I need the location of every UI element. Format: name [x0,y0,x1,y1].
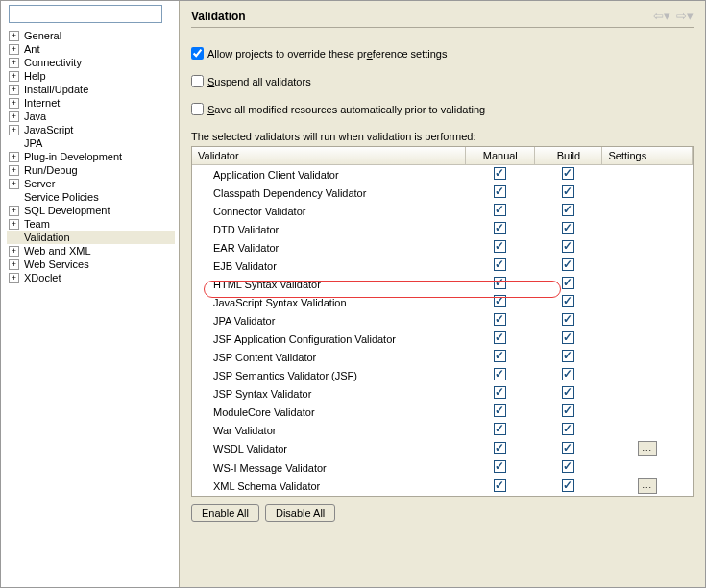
table-row[interactable]: JSP Semantics Validator (JSF) [192,366,693,384]
expander-icon[interactable]: + [9,206,19,216]
checkbox-icon[interactable] [494,350,506,362]
manual-cell[interactable] [466,348,535,366]
manual-cell[interactable] [466,311,535,330]
manual-cell[interactable] [466,403,535,421]
checkbox-icon[interactable] [562,313,574,326]
checkbox-icon[interactable] [494,295,506,307]
settings-cell[interactable] [602,202,693,220]
manual-cell[interactable] [466,184,535,202]
checkbox-icon[interactable] [562,204,574,216]
checkbox-icon[interactable] [562,167,574,180]
checkbox-icon[interactable] [562,277,574,289]
checkbox-icon[interactable] [562,423,574,435]
table-row[interactable]: JavaScript Syntax Validation [192,293,693,311]
checkbox-icon[interactable] [562,479,574,492]
settings-cell[interactable] [602,384,693,403]
checkbox-icon[interactable] [562,404,574,417]
table-row[interactable]: War Validator [192,421,693,439]
tree-item-install-update[interactable]: +Install/Update [7,83,175,96]
build-cell[interactable] [535,477,602,496]
settings-cell[interactable] [602,311,693,330]
tree-item-general[interactable]: +General [7,29,175,42]
expander-icon[interactable]: + [9,219,19,230]
build-cell[interactable] [535,366,602,384]
checkbox-icon[interactable] [494,479,506,492]
checkbox-icon[interactable] [494,167,506,180]
expander-icon[interactable]: + [9,85,19,95]
checkbox-icon[interactable] [494,185,506,198]
settings-cell[interactable] [602,348,693,366]
checkbox-icon[interactable] [494,222,506,234]
manual-cell[interactable] [466,220,535,238]
table-row[interactable]: XML Validator [192,496,693,497]
settings-cell[interactable] [602,257,693,275]
table-row[interactable]: JSP Syntax Validator [192,384,693,403]
table-row[interactable]: WSDL Validator... [192,439,693,458]
settings-cell[interactable] [602,496,693,497]
settings-cell[interactable]: ... [602,477,693,496]
manual-cell[interactable] [466,439,535,458]
manual-cell[interactable] [466,202,535,220]
manual-cell[interactable] [466,330,535,348]
manual-cell[interactable] [466,275,535,293]
expander-icon[interactable]: + [9,246,19,257]
col-validator-header[interactable]: Validator [192,147,466,165]
build-cell[interactable] [535,202,602,220]
checkbox-icon[interactable] [562,331,574,344]
table-row[interactable]: DTD Validator [192,220,693,238]
settings-cell[interactable] [602,293,693,311]
tree-item-validation[interactable]: Validation [7,231,175,244]
back-arrow-icon[interactable]: ⇦▾ [653,9,670,23]
settings-button[interactable]: ... [638,441,657,456]
enable-all-button[interactable]: Enable All [191,504,259,522]
table-row[interactable]: EAR Validator [192,238,693,257]
checkbox-icon[interactable] [562,368,574,380]
table-row[interactable]: EJB Validator [192,257,693,275]
table-row[interactable]: XML Schema Validator... [192,477,693,496]
settings-cell[interactable] [602,330,693,348]
settings-cell[interactable] [602,421,693,439]
build-cell[interactable] [535,257,602,275]
suspend-label[interactable]: Suspend all validators [207,76,311,87]
expander-icon[interactable]: + [9,98,19,109]
allow-override-label[interactable]: Allow projects to override these prefere… [207,48,447,60]
build-cell[interactable] [535,439,602,458]
expander-icon[interactable]: + [9,31,19,41]
build-cell[interactable] [535,184,602,202]
build-cell[interactable] [535,275,602,293]
build-cell[interactable] [535,293,602,311]
col-settings-header[interactable]: Settings [602,147,693,165]
checkbox-icon[interactable] [562,386,574,399]
checkbox-icon[interactable] [562,258,574,271]
table-row[interactable]: Classpath Dependency Validator [192,184,693,202]
settings-cell[interactable] [602,458,693,477]
manual-cell[interactable] [466,477,535,496]
settings-cell[interactable] [602,275,693,293]
table-row[interactable]: WS-I Message Validator [192,458,693,477]
manual-cell[interactable] [466,384,535,403]
checkbox-icon[interactable] [494,313,506,326]
expander-icon[interactable]: + [9,125,19,135]
manual-cell[interactable] [466,165,535,184]
build-cell[interactable] [535,238,602,257]
col-build-header[interactable]: Build [535,147,602,165]
tree-item-java[interactable]: +Java [7,110,175,123]
manual-cell[interactable] [466,458,535,477]
build-cell[interactable] [535,421,602,439]
checkbox-icon[interactable] [562,460,574,473]
expander-icon[interactable]: + [9,273,19,283]
tree-item-help[interactable]: +Help [7,69,175,83]
checkbox-icon[interactable] [562,295,574,307]
checkbox-icon[interactable] [494,386,506,399]
expander-icon[interactable]: + [9,58,19,68]
checkbox-icon[interactable] [562,222,574,234]
tree-item-plug-in-development[interactable]: +Plug-in Development [7,150,175,163]
tree-item-xdoclet[interactable]: +XDoclet [7,271,175,284]
build-cell[interactable] [535,458,602,477]
tree-item-jpa[interactable]: JPA [7,136,175,150]
col-manual-header[interactable]: Manual [466,147,535,165]
tree-item-javascript[interactable]: +JavaScript [7,123,175,136]
expander-icon[interactable]: + [9,152,19,162]
expander-icon[interactable]: + [9,71,19,82]
checkbox-icon[interactable] [494,404,506,417]
